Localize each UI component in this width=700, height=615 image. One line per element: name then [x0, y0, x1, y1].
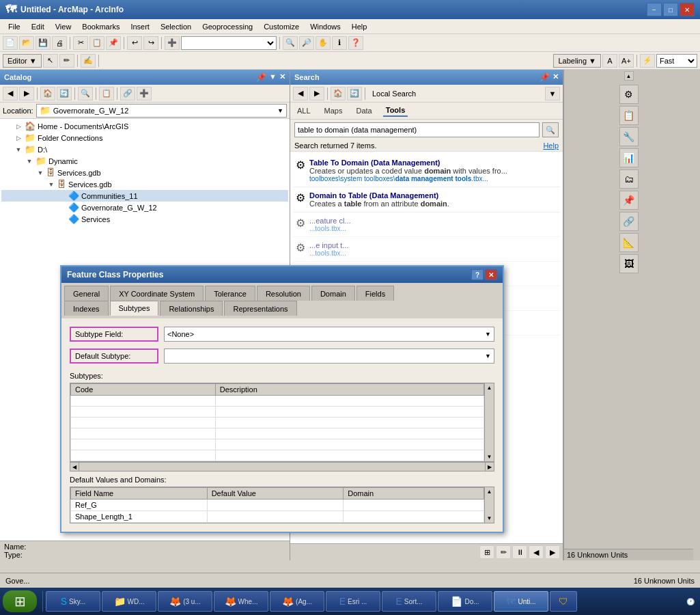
domain-scrollbar[interactable]: ▲ ▼ [485, 487, 494, 523]
expand-folder-connections[interactable]: ▷ [14, 135, 23, 141]
cat-refresh-btn[interactable]: 🔄 [57, 87, 72, 100]
tab-relationships[interactable]: Relationships [160, 301, 223, 316]
sb-btn1[interactable]: ⊞ [479, 545, 494, 559]
cat-new-btn[interactable]: ➕ [137, 87, 152, 100]
tab-general[interactable]: General [64, 286, 109, 301]
subtype-field-combo[interactable]: <None> ▼ [164, 327, 494, 342]
zoom-in-btn[interactable]: 🔍 [283, 36, 298, 50]
taskbar-arcmap[interactable]: 🗺 Unti... [494, 591, 548, 612]
sb-btn5[interactable]: ▶ [545, 545, 560, 559]
tab-maps[interactable]: Maps [322, 105, 346, 116]
zoom-out-btn[interactable]: 🔎 [299, 36, 314, 50]
cat-view-btn[interactable]: 📋 [99, 87, 114, 100]
menu-selection[interactable]: Selection [155, 21, 197, 32]
domain-scroll-up[interactable]: ▲ [487, 487, 492, 495]
sb-btn3[interactable]: ⏸ [512, 545, 527, 559]
catalog-close-btn[interactable]: ✕ [279, 72, 285, 82]
menu-customize[interactable]: Customize [258, 21, 305, 32]
scroll-down-arrow[interactable]: ▼ [487, 454, 492, 461]
cut-btn[interactable]: ✂ [73, 36, 88, 50]
expand-services-inner[interactable]: ▼ [47, 181, 55, 188]
rp-icon-6[interactable]: 📌 [619, 191, 639, 210]
tab-domain[interactable]: Domain [311, 286, 355, 301]
paste-btn[interactable]: 📌 [106, 36, 121, 50]
help-icon-btn[interactable]: ❓ [348, 36, 363, 50]
expand-home[interactable]: ▷ [14, 123, 23, 130]
cat-home-btn[interactable]: 🏠 [40, 87, 55, 100]
tab-fields[interactable]: Fields [356, 286, 394, 301]
tree-item-folder-connections[interactable]: ▷ 📁 Folder Connections [1, 132, 288, 144]
sb-btn4[interactable]: ◀ [529, 545, 544, 559]
tab-tools[interactable]: Tools [383, 105, 408, 117]
cat-back-btn[interactable]: ◀ [3, 87, 18, 100]
menu-help[interactable]: Help [346, 21, 373, 32]
tree-item-services-gdb-outer[interactable]: ▼ 🗄 Services.gdb [1, 167, 288, 178]
tab-representations[interactable]: Representations [224, 301, 296, 316]
location-combo[interactable]: 📁Governorate_G_W_12 ▼ [36, 104, 287, 118]
speed-btn[interactable]: ⚡ [640, 54, 655, 68]
hscroll-left[interactable]: ◀ [70, 462, 79, 472]
scale-combo[interactable] [181, 36, 277, 50]
sketch-btn[interactable]: ✍ [81, 54, 96, 68]
tree-item-communities[interactable]: 🔷 Communities_11 [1, 190, 288, 202]
taskbar-security[interactable]: 🛡 [550, 591, 577, 612]
taskbar-skype[interactable]: S Sky... [46, 591, 100, 612]
expand-d[interactable]: ▼ [14, 146, 23, 153]
taskbar-sort[interactable]: E Sort... [382, 591, 436, 612]
identify-btn[interactable]: ℹ [332, 36, 347, 50]
labeling-dropdown[interactable]: Labeling ▼ [553, 54, 601, 68]
taskbar-firefox3[interactable]: 🦊 (Ag... [270, 591, 324, 612]
hscroll-right[interactable]: ▶ [485, 462, 494, 472]
pan-btn[interactable]: ✋ [316, 36, 331, 50]
editor-dropdown[interactable]: Editor ▼ [3, 54, 42, 68]
menu-edit[interactable]: Edit [26, 21, 50, 32]
rp-icon-3[interactable]: 🔧 [619, 127, 639, 146]
label-btn1[interactable]: A [602, 54, 617, 68]
taskbar-esri[interactable]: E Esri ... [326, 591, 380, 612]
rp-icon-4[interactable]: 📊 [619, 148, 639, 167]
open-btn[interactable]: 📂 [19, 36, 34, 50]
sb-btn2[interactable]: ✏ [496, 545, 511, 559]
taskbar-firefox2[interactable]: 🦊 Whe... [214, 591, 268, 612]
rp-icon-1[interactable]: ⚙ [619, 85, 639, 104]
speed-combo[interactable]: Fast [656, 54, 697, 68]
result-1-title[interactable]: Table To Domain (Data Management) [309, 159, 507, 167]
menu-windows[interactable]: Windows [305, 21, 346, 32]
rp-icon-9[interactable]: 🖼 [619, 254, 639, 273]
start-button[interactable]: ⊞ [3, 590, 37, 612]
close-button[interactable]: ✕ [680, 3, 695, 16]
rp-icon-5[interactable]: 🗂 [619, 169, 639, 189]
new-btn[interactable]: 📄 [3, 36, 18, 50]
taskbar-firefox1[interactable]: 🦊 (3 u... [158, 591, 212, 612]
search-pin-btn[interactable]: 📌 [540, 72, 550, 82]
cat-forward-btn[interactable]: ▶ [19, 87, 34, 100]
maximize-button[interactable]: □ [663, 3, 678, 16]
taskbar-do[interactable]: 📄 Do... [438, 591, 492, 612]
tab-all[interactable]: ALL [294, 105, 313, 116]
minimize-button[interactable]: − [647, 3, 662, 16]
scroll-top-btn[interactable]: ▲ [624, 71, 634, 81]
help-link[interactable]: Help [543, 141, 559, 150]
search-back-btn[interactable]: ◀ [293, 87, 308, 100]
tab-tolerance[interactable]: Tolerance [205, 286, 255, 301]
search-close-btn[interactable]: ✕ [552, 72, 559, 82]
tree-item-d[interactable]: ▼ 📁 D:\ [1, 144, 288, 155]
scroll-up-arrow[interactable]: ▲ [487, 383, 492, 391]
menu-view[interactable]: View [50, 21, 77, 32]
dialog-close-button[interactable]: ✕ [485, 269, 497, 280]
rp-icon-7[interactable]: 🔗 [619, 212, 639, 231]
menu-bookmarks[interactable]: Bookmarks [76, 21, 125, 32]
tab-data[interactable]: Data [353, 105, 374, 116]
search-home-btn[interactable]: 🏠 [331, 87, 346, 100]
expand-dynamic[interactable]: ▼ [25, 158, 33, 165]
save-btn[interactable]: 💾 [36, 36, 51, 50]
default-subtype-combo[interactable]: ▼ [164, 348, 494, 364]
search-forward-btn[interactable]: ▶ [309, 87, 324, 100]
rp-icon-8[interactable]: 📐 [619, 233, 639, 252]
tab-xy-coord[interactable]: XY Coordinate System [110, 286, 204, 301]
expand-services-outer[interactable]: ▼ [36, 169, 44, 176]
catalog-pin-btn[interactable]: 📌 [256, 72, 266, 82]
add-data-btn[interactable]: ➕ [165, 36, 180, 50]
tree-item-dynamic[interactable]: ▼ 📁 Dynamic [1, 155, 288, 167]
catalog-menu-btn[interactable]: ▼ [269, 72, 277, 82]
